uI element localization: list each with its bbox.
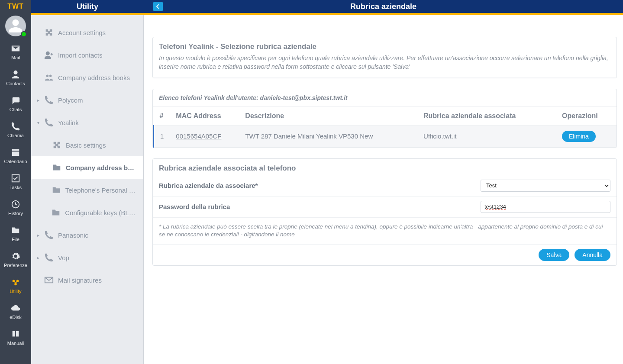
form-panel: Rubrica aziendale associata al telefono … (152, 158, 617, 266)
header-right: Rubrica aziendale (144, 0, 623, 13)
brand-logo: TWT (0, 0, 31, 13)
cell-n: 1 (154, 125, 170, 147)
chevron-down-icon: ▾ (37, 120, 42, 125)
rubrica-select[interactable]: Test (481, 180, 610, 192)
sidebar-item-7[interactable]: Telephone's Personal add… (31, 179, 143, 201)
puzzle-icon (52, 140, 61, 150)
nav-file[interactable]: File (0, 221, 31, 247)
chevron-left-icon (155, 3, 161, 10)
avatar-wrap[interactable] (0, 13, 31, 39)
cell-ops: Elimina (556, 125, 617, 147)
header-right-title: Rubrica aziendale (350, 2, 416, 11)
nav-preferenze[interactable]: Preferenze (0, 247, 31, 273)
nav-label: Mail (11, 55, 20, 60)
folder-icon (52, 163, 61, 172)
save-button[interactable]: Salva (539, 249, 569, 261)
people-icon (44, 73, 54, 82)
nav-mail[interactable]: Mail (0, 39, 31, 65)
sidebar-item-6[interactable]: Company address book (31, 156, 143, 179)
row-password: Password della rubrica (153, 196, 617, 218)
sidebar-item-0[interactable]: Account settings (31, 21, 143, 44)
nav-label: Tasks (10, 185, 22, 190)
mail-icon (44, 275, 54, 285)
sidebar-item-2[interactable]: Company address books (31, 66, 143, 89)
sidebar-item-label: Panasonic (58, 232, 88, 239)
nav-label: File (12, 237, 19, 242)
col-rub: Rubrica aziendale associata (417, 107, 556, 126)
puzzle-icon (44, 28, 54, 37)
nav-chiama[interactable]: Chiama (0, 117, 31, 143)
col-mac: MAC Address (170, 107, 239, 126)
settings-tree: Account settingsImport contactsCompany a… (31, 15, 144, 364)
nav-rail: TWT Mail Contacts Chats Chiama Calendari… (0, 0, 31, 364)
folder-icon (11, 225, 20, 235)
chevron-right-icon: ▸ (37, 255, 42, 260)
phones-panel: Elenco telefoni Yealink dell'utente: dan… (152, 89, 617, 148)
main-content: Telefoni Yealink - Selezione rubrica azi… (144, 15, 623, 364)
chevron-right-icon: ▸ (37, 233, 42, 238)
sidebar-item-3[interactable]: ▸Polycom (31, 89, 143, 111)
nav-label: Chiama (7, 133, 24, 138)
phones-caption: Elenco telefoni Yealink dell'utente: dan… (153, 89, 617, 107)
password-input[interactable] (481, 201, 610, 213)
sidebar-item-11[interactable]: Mail signatures (31, 269, 143, 291)
person-icon (8, 18, 23, 34)
sidebar-item-label: Basic settings (66, 142, 106, 149)
nav-label: Calendario (4, 159, 27, 164)
sidebar-item-8[interactable]: Configurable keys (BLF - S… (31, 201, 143, 224)
check-icon (11, 174, 20, 183)
chevron-right-icon: ▸ (37, 98, 42, 103)
person-plus-icon (44, 50, 54, 60)
phone-icon (44, 230, 54, 240)
nav-label: Contacts (6, 81, 25, 86)
collapse-sidebar-button[interactable] (153, 2, 163, 11)
nav-label: eDisk (10, 315, 22, 320)
sidebar-item-5[interactable]: Basic settings (31, 134, 143, 156)
nav-manuali[interactable]: Manuali (0, 325, 31, 351)
sidebar-item-label: Company address books (58, 74, 130, 81)
form-title: Rubrica aziendale associata al telefono (153, 159, 617, 175)
utility-icon (11, 277, 20, 287)
mac-link[interactable]: 0015654A05CF (176, 132, 221, 140)
clock-icon (11, 200, 20, 209)
nav-edisk[interactable]: eDisk (0, 299, 31, 325)
cloud-icon (11, 303, 20, 313)
nav-label: Preferenze (4, 263, 27, 268)
folder-icon (51, 208, 61, 217)
sidebar-item-label: Yealink (58, 119, 79, 126)
sidebar-item-label: Mail signatures (58, 277, 102, 284)
label-password: Password della rubrica (159, 203, 481, 210)
cell-rub: Ufficio.twt.it (417, 125, 556, 147)
nav-chats[interactable]: Chats (0, 91, 31, 117)
nav-calendario[interactable]: Calendario (0, 143, 31, 169)
nav-history[interactable]: History (0, 195, 31, 221)
nav-label: Manuali (7, 341, 24, 346)
nav-contacts[interactable]: Contacts (0, 65, 31, 91)
label-rubrica: Rubrica aziendale da associare* (159, 182, 481, 189)
gear-icon (11, 251, 20, 261)
sidebar-item-label: Configurable keys (BLF - S… (65, 209, 137, 216)
sidebar-item-1[interactable]: Import contacts (31, 44, 143, 66)
cell-desc: TWT 287 Daniele Milani Yealink VP530 New (239, 125, 417, 147)
col-n: # (154, 107, 170, 126)
sidebar-item-label: Telephone's Personal add… (65, 187, 137, 194)
cancel-button[interactable]: Annulla (575, 249, 610, 261)
book-icon (11, 329, 20, 339)
table-row[interactable]: 1 0015654A05CF TWT 287 Daniele Milani Ye… (154, 125, 617, 147)
sidebar-item-10[interactable]: ▸Vop (31, 246, 143, 269)
phone-icon (44, 118, 54, 127)
sidebar-item-label: Company address book (66, 164, 137, 171)
sidebar-item-4[interactable]: ▾Yealink (31, 111, 143, 134)
sidebar-item-label: Import contacts (58, 52, 103, 59)
cell-mac: 0015654A05CF (170, 125, 239, 147)
delete-button[interactable]: Elimina (562, 131, 596, 142)
row-rubrica: Rubrica aziendale da associare* Test (153, 175, 617, 196)
phone-icon (44, 253, 54, 262)
intro-panel: Telefoni Yealink - Selezione rubrica azi… (152, 37, 617, 78)
form-note: * La rubrica aziendale può essere scelta… (153, 218, 617, 245)
sidebar-item-9[interactable]: ▸Panasonic (31, 224, 143, 246)
col-ops: Operazioni (556, 107, 617, 126)
nav-label: History (8, 211, 23, 216)
nav-tasks[interactable]: Tasks (0, 169, 31, 195)
nav-utility[interactable]: Utility (0, 273, 31, 299)
